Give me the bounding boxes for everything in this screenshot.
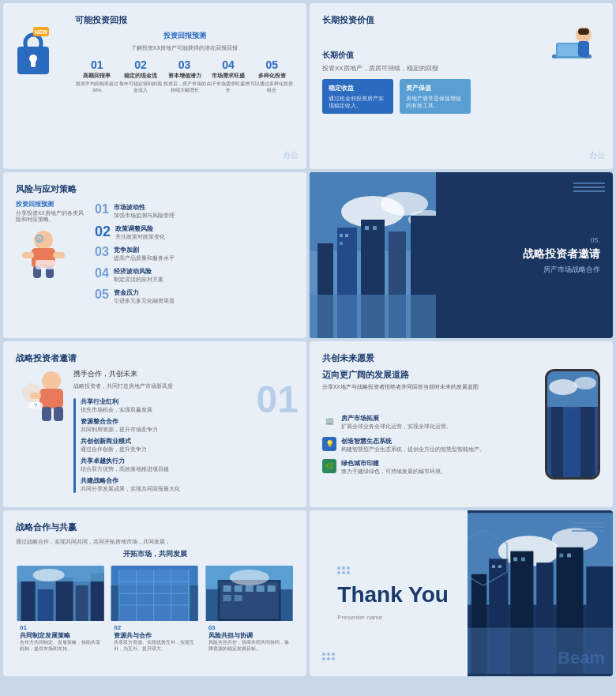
phone-screen (547, 371, 598, 477)
slide-6-title: 共创未来愿景 (322, 352, 600, 364)
svg-rect-61 (76, 585, 88, 621)
benefit-4-text: 结合双方优势，高效落地推进项目建 (81, 466, 169, 473)
slide-5-illus: ? (16, 369, 67, 493)
svg-text:?: ? (34, 403, 37, 408)
metric-1-label: 高额回报率 (83, 73, 111, 80)
svg-rect-86 (234, 595, 242, 601)
slide-7-sub-title: 开拓市场，共同发展 (16, 549, 294, 559)
slide-7-title: 战略合作与共赢 (16, 521, 294, 533)
benefit-1-name: 共享行业红利 (81, 398, 152, 406)
coop-card-3-num: 03 (208, 624, 290, 631)
svg-rect-11 (578, 28, 589, 35)
coop-cards: 01 共同制定发展策略 合作方共同制定、发展策略，协助共享机制，提供市场和支持。 (16, 566, 294, 660)
risk-5-num: 05 (95, 288, 109, 301)
slide-6: 共创未来愿景 迈向更广阔的发展道路 分享XX地产与战略投资者拒绝者并同回答当前时… (310, 341, 613, 507)
risk-illustration: ? ~ (16, 228, 71, 284)
slide-1-title: 可能投资回报 (75, 14, 294, 26)
benefit-4: 共享卓越执行力 结合双方优势，高效落地推进项目建 (81, 457, 180, 473)
risk-2-num: 02 (95, 224, 111, 239)
coop-card-3-name: 风险共担与协调 (208, 632, 290, 640)
benefit-list: 共享行业红利 优先市场机会，实现双赢发展 资源整合合作 共同利用资源，提升市场竞… (81, 398, 180, 493)
value-box-2-text: 房地产通常是保值增值的有效工具。 (406, 95, 464, 109)
svg-rect-106 (521, 557, 525, 561)
risk-4-num: 04 (95, 267, 109, 280)
benefit-5-name: 共建战略合作 (81, 477, 180, 485)
svg-rect-3 (31, 61, 36, 67)
svg-rect-107 (559, 554, 563, 558)
coop-card-1: 01 共同制定发展策略 合作方共同制定、发展策略，协助共享机制，提供市场和支持。 (16, 566, 105, 660)
future-icon-2: 💡 (322, 437, 336, 451)
coop-card-1-text: 合作方共同制定、发展策略，协助共享机制，提供市场和支持。 (20, 640, 101, 653)
risk-item-4: 04 经济波动风险 制定灵活的应对方案 (95, 267, 175, 284)
risk-item-3: 03 竞争加剧 提高产品质量和服务水平 (95, 246, 175, 262)
coop-card-1-img (16, 566, 105, 621)
svg-point-55 (549, 379, 577, 395)
slide-7: 战略合作与共赢 通过战略合作，实现共同共同，共同开拓房地市场，共同发展， 开拓市… (3, 510, 306, 676)
future-icon-1: 🏢 (322, 414, 336, 428)
risk-5-name: 资金压力 (114, 288, 175, 297)
svg-rect-80 (223, 585, 231, 592)
svg-rect-67 (119, 570, 190, 621)
value-box-2-title: 资产保值 (406, 84, 464, 92)
metric-2-text: 每年可稳定得到的现金流入 (118, 81, 162, 94)
svg-rect-52 (565, 411, 579, 477)
risk-4-name: 经济波动风险 (114, 267, 163, 276)
slide-3-title: 风险与应对策略 (16, 183, 294, 195)
slide-2: 长期投资价值 长期价值 投资XX房地产，房房可持续，稳定的回报 稳定收益 通过租… (310, 3, 613, 169)
future-center: 迈向更广阔的发展道路 分享XX地产与战略投资者拒绝者并同回答当前时未来的发展蓝图 (322, 369, 539, 390)
coop-card-2-name: 资源共与合作 (114, 632, 195, 640)
metric-1-num: 01 (91, 58, 103, 71)
risk-predict-label: 投资回报预测 (16, 200, 87, 209)
svg-rect-38 (373, 226, 377, 230)
slide-4-content: 05. 战略投资者邀请 房产市场战略合作 (523, 236, 600, 275)
risk-1-detail: 加强市场监测与风险管理 (114, 213, 175, 220)
benefit-5: 共建战略合作 共同分享发展成果，实现共同回报最大化 (81, 477, 180, 493)
svg-rect-15 (53, 252, 65, 258)
phone-mockup (545, 369, 600, 480)
risk-2-detail: 关注政策对政策变化 (115, 234, 165, 241)
thankyou-presenter: Presenter name (337, 614, 449, 621)
benefit-3-text: 通过合作创新，提升竞争力 (81, 446, 147, 453)
future-item-1-name: 房产市场拓展 (341, 414, 452, 423)
risk-3-detail: 提高产品质量和服务水平 (114, 255, 175, 262)
thankyou-content: Thank You Presenter name (310, 510, 476, 676)
svg-rect-59 (38, 589, 54, 621)
future-item-1-text: 扩展全球业务全球化运营，实现全球化运营。 (341, 423, 452, 430)
benefit-5-text: 共同分享发展成果，实现共同回报最大化 (81, 486, 180, 493)
risk-items-list: 01 市场波动性 加强市场监测与风险管理 02 政策调整风险 关注政策对政策变化… (95, 203, 175, 305)
slide-4: 05. 战略投资者邀请 房产市场战略合作 (310, 172, 613, 338)
metric-5-text: 可以通过多样化投资组合 (250, 81, 294, 94)
benefit-4-name: 共享卓越执行力 (81, 457, 169, 465)
slide-1-desc: 了解投资XX房地产可能获得的潜在回报回报 (75, 44, 294, 52)
svg-text:NEW: NEW (35, 29, 48, 35)
shape-divider (436, 172, 468, 338)
coop-card-2-img (110, 566, 199, 621)
metric-4: 04 市场需求旺盛 由于市场需求旺盛增长 (206, 58, 250, 94)
benefit-3-name: 共创创新商业模式 (81, 438, 147, 446)
deco-lines (573, 180, 605, 199)
slide-4-num: 05. (523, 236, 600, 244)
metric-3: 03 资本增值潜力 投资后，房产市场的持续大幅増长 (163, 58, 206, 94)
value-box-1-title: 稳定收益 (329, 84, 387, 92)
slide-3: 风险与应对策略 投资回报预测 分享投资XX房地产的各类风险和对应策略。 ? ~ (3, 172, 306, 338)
future-item-2: 💡 创造智慧生态系统 构建智慧型产业生态系统，提供全方位的智慧型智能地产。 (322, 437, 539, 453)
risk-left-panel: 投资回报预测 分享投资XX房地产的各类风险和对应策略。 ? ~ (16, 200, 87, 305)
slide-4-subtitle: 房产市场战略合作 (523, 265, 600, 275)
risk-2-name: 政策调整风险 (115, 224, 165, 233)
svg-rect-82 (245, 585, 253, 592)
slide-7-desc: 通过战略合作，实现共同共同，共同开拓房地市场，共同发展， (16, 538, 294, 546)
slide-2-illustration (540, 11, 603, 85)
coop-card-1-num: 01 (20, 624, 101, 631)
value-box-2: 资产保值 房地产通常是保值增值的有效工具。 (400, 79, 471, 114)
svg-rect-81 (234, 585, 242, 592)
value-box-1: 稳定收益 通过租金和投资房产实现稳定收入。 (322, 79, 393, 114)
svg-rect-48 (54, 407, 63, 421)
svg-text:~: ~ (44, 263, 47, 268)
beam-logo: Beam (558, 648, 605, 668)
slide-8-deco (572, 520, 603, 539)
metric-5: 05 多样化投资 可以通过多样化投资组合 (250, 58, 294, 94)
future-center-text: 分享XX地产与战略投资者拒绝者并同回答当前时未来的发展蓝图 (322, 383, 539, 390)
slide-8-dark-area: Beam (468, 510, 613, 676)
metric-5-num: 05 (266, 58, 279, 71)
risk-item-1: 01 市场波动性 加强市场监测与风险管理 (95, 203, 175, 220)
